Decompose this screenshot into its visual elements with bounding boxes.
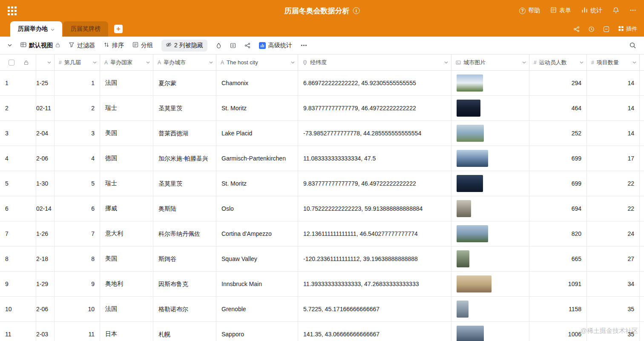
plugins-button[interactable]: 插件	[618, 25, 637, 33]
cell-host[interactable]: Lake Placid	[216, 121, 298, 146]
sort-button[interactable]: 排序	[104, 42, 124, 49]
cell-coord[interactable]: 9.837777777777779, 46.49722222222222	[298, 96, 451, 120]
table-row[interactable]: 82-188美国斯阔谷Squaw Valley-120.233611111111…	[0, 246, 644, 272]
cell-host[interactable]: Innsbruck Main	[216, 272, 298, 296]
cell-host[interactable]: Cortina d'Ampezzo	[216, 221, 298, 246]
share-view-button[interactable]	[244, 43, 250, 49]
table-row[interactable]: 51-305瑞士圣莫里茨St. Moritz9.837777777777779,…	[0, 171, 644, 196]
cell-country[interactable]: 美国	[100, 121, 153, 146]
city-image[interactable]	[457, 275, 492, 292]
cell-country[interactable]: 瑞士	[100, 96, 153, 120]
table-row[interactable]: 91-299奥地利因斯布鲁克Innsbruck Main11.393333333…	[0, 272, 644, 297]
cell-events[interactable]: 14	[587, 71, 640, 95]
fill-color-button[interactable]	[216, 43, 221, 49]
cell-host[interactable]: St. Moritz	[216, 171, 298, 196]
cell-no[interactable]: 8	[55, 246, 100, 271]
cell-country[interactable]: 瑞士	[100, 171, 153, 196]
column-header-date[interactable]	[36, 54, 55, 70]
cell-image[interactable]	[451, 246, 529, 271]
cell-date[interactable]: 02-11	[36, 96, 55, 120]
city-image[interactable]	[457, 200, 471, 217]
cell-date[interactable]: 2-04	[36, 121, 55, 146]
cell-date[interactable]: 2-03	[36, 322, 55, 341]
cell-no[interactable]: 7	[55, 221, 100, 246]
city-image[interactable]	[457, 225, 488, 242]
column-menu-arrow[interactable]	[46, 61, 51, 64]
hidden-columns-button[interactable]: 2 列被隐藏	[161, 40, 207, 52]
table-row[interactable]: 112-0311日本札幌Sapporo141.35, 43.0666666666…	[0, 322, 644, 341]
cell-no[interactable]: 11	[55, 322, 100, 341]
table-row[interactable]: 42-064德国加尔米施-帕滕基兴Garmisch-Partenkirchen1…	[0, 146, 644, 171]
cell-host[interactable]: Oslo	[216, 196, 298, 221]
cell-image[interactable]	[451, 221, 529, 246]
cell-coord[interactable]: 5.7225, 45.17166666666667	[298, 297, 451, 321]
cell-events[interactable]: 35	[587, 297, 640, 321]
cell-image[interactable]	[451, 171, 529, 196]
help-button[interactable]: ? 帮助	[519, 7, 540, 14]
cell-no[interactable]: 6	[55, 196, 100, 221]
table-row[interactable]: 102-0610法国格勒诺布尔Grenoble5.7225, 45.171666…	[0, 297, 644, 322]
cell-image[interactable]	[451, 71, 529, 95]
cell-date[interactable]: 1-26	[36, 221, 55, 246]
city-image[interactable]	[457, 301, 469, 318]
city-image[interactable]	[457, 175, 483, 192]
cell-city[interactable]: 加尔米施-帕滕基兴	[153, 146, 216, 171]
row-select-cell[interactable]: 8	[0, 246, 36, 271]
form-button[interactable]: 表单	[550, 7, 571, 14]
row-select-cell[interactable]: 11	[0, 322, 36, 341]
cell-host[interactable]: Grenoble	[216, 297, 298, 321]
table-row[interactable]: 202-112瑞士圣莫里茨St. Moritz9.837777777777779…	[0, 96, 644, 121]
cell-date[interactable]: 2-18	[36, 246, 55, 271]
row-select-cell[interactable]: 7	[0, 221, 36, 246]
apps-grid-icon[interactable]	[8, 6, 17, 15]
cell-athletes[interactable]: 1006	[529, 322, 587, 341]
city-image[interactable]	[457, 100, 480, 117]
collapse-views-button[interactable]	[8, 44, 12, 47]
city-image[interactable]	[457, 125, 484, 142]
cell-no[interactable]: 2	[55, 96, 100, 120]
cell-coord[interactable]: 141.35, 43.06666666666667	[298, 322, 451, 341]
tab-host-locations[interactable]: 历届举办地	[10, 21, 62, 37]
cell-city[interactable]: 科尔蒂纳丹佩佐	[153, 221, 216, 246]
cell-city[interactable]: 札幌	[153, 322, 216, 341]
cell-host[interactable]: Squaw Valley	[216, 246, 298, 271]
city-image[interactable]	[457, 326, 484, 341]
select-all-header[interactable]	[0, 54, 36, 70]
cell-image[interactable]	[451, 272, 529, 296]
column-menu-arrow[interactable]	[631, 61, 636, 64]
cell-events[interactable]: 24	[587, 221, 640, 246]
cell-city[interactable]: 圣莫里茨	[153, 96, 216, 120]
cell-country[interactable]: 法国	[100, 297, 153, 321]
cell-image[interactable]	[451, 196, 529, 221]
cell-events[interactable]: 35	[587, 322, 640, 341]
column-menu-arrow[interactable]	[144, 61, 150, 64]
cell-city[interactable]: 因斯布鲁克	[153, 272, 216, 296]
stats-button[interactable]: 统计	[581, 7, 602, 14]
table-row[interactable]: 602-146挪威奥斯陆Oslo10.752222222222223, 59.9…	[0, 196, 644, 221]
group-button[interactable]: 分组	[132, 42, 153, 49]
notifications-button[interactable]	[612, 7, 619, 15]
cell-city[interactable]: 奥斯陆	[153, 196, 216, 221]
cell-no[interactable]: 3	[55, 121, 100, 146]
column-header-events[interactable]: #项目数量	[587, 54, 640, 70]
cell-city[interactable]: 斯阔谷	[153, 246, 216, 271]
column-menu-arrow[interactable]	[91, 61, 97, 64]
cell-athletes[interactable]: 1091	[529, 272, 587, 296]
cell-host[interactable]: Chamonix	[216, 71, 298, 95]
row-select-cell[interactable]: 6	[0, 196, 36, 221]
table-row[interactable]: 71-267意大利科尔蒂纳丹佩佐Cortina d'Ampezzo12.1361…	[0, 221, 644, 246]
cell-events[interactable]: 22	[587, 171, 640, 196]
more-menu-button[interactable]	[630, 7, 636, 15]
row-height-button[interactable]	[230, 43, 236, 49]
column-menu-arrow[interactable]	[443, 61, 448, 64]
cell-country[interactable]: 奥地利	[100, 272, 153, 296]
search-button[interactable]	[629, 42, 636, 49]
cell-coord[interactable]: 11.083333333333334, 47.5	[298, 146, 451, 171]
cell-image[interactable]	[451, 121, 529, 146]
column-header-city[interactable]: A举办城市	[153, 54, 216, 70]
filter-button[interactable]: 过滤器	[69, 42, 95, 49]
column-menu-arrow[interactable]	[520, 61, 526, 64]
cell-athletes[interactable]: 665	[529, 246, 587, 271]
select-all-checkbox[interactable]	[9, 60, 14, 66]
cell-host[interactable]: Garmisch-Partenkirchen	[216, 146, 298, 171]
